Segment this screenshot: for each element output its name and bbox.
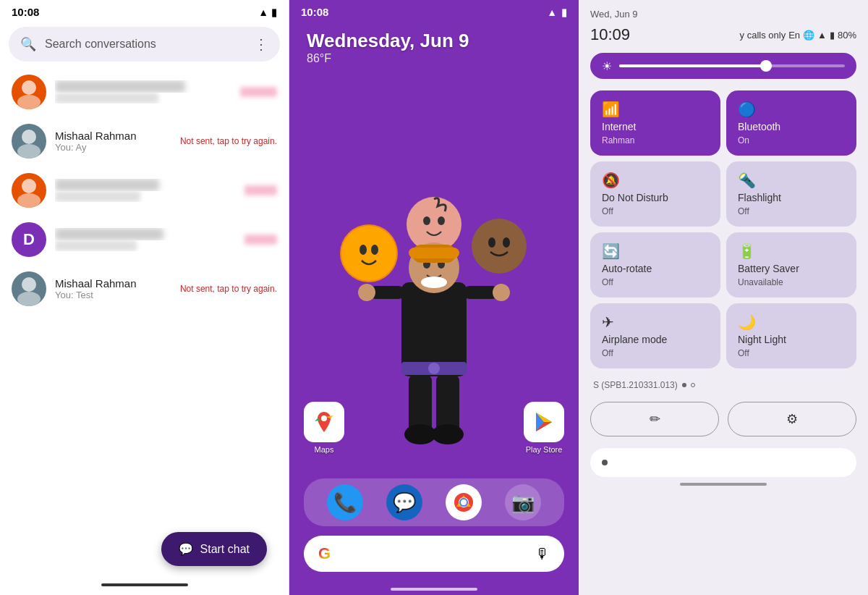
dock: 📞 💬 📷	[304, 478, 564, 526]
svg-point-2	[22, 130, 36, 144]
home-indicator	[391, 588, 477, 591]
playstore-app[interactable]: Play Store	[524, 402, 564, 454]
internet-tile[interactable]: 📶 Internet Rahman	[590, 90, 720, 156]
svg-point-1	[17, 95, 41, 109]
qs-wifi-icon: ▲	[817, 30, 827, 41]
bluetooth-tile-label: Bluetooth	[738, 121, 845, 132]
avatar	[12, 173, 46, 208]
internet-tile-sublabel: Rahman	[602, 135, 709, 145]
edit-button[interactable]: ✏	[590, 402, 719, 436]
home-status-icons: ▲ ▮	[547, 7, 567, 18]
camera-dock-icon[interactable]: 📷	[505, 484, 541, 520]
conv-error: error msg	[240, 87, 277, 97]
search-placeholder: Search conversations	[45, 38, 245, 51]
conv-error: Not sent	[244, 185, 277, 195]
conv-preview: You: Test	[55, 290, 171, 300]
svg-point-4	[22, 179, 36, 193]
qs-time: 10:09	[590, 25, 630, 44]
home-weather: 86°F	[307, 52, 561, 65]
svg-point-27	[493, 284, 510, 301]
svg-point-25	[358, 284, 375, 301]
qs-status-icons: y calls only En 🌐 ▲ ▮ 80%	[740, 30, 856, 41]
home-time: 10:08	[301, 6, 328, 18]
phone-dock-icon[interactable]: 📞	[327, 484, 363, 520]
conv-name: Mishaal Rahman	[55, 277, 171, 290]
svg-point-10	[359, 245, 367, 255]
avatar: D	[12, 222, 46, 257]
dnd-tile[interactable]: 🔕 Do Not Disturb Off	[590, 161, 720, 227]
qs-build-info: S (SPB1.210331.013)	[579, 374, 868, 396]
google-logo: G	[318, 544, 331, 563]
svg-point-29	[428, 363, 440, 374]
svg-point-5	[17, 193, 41, 208]
nightlight-tile[interactable]: 🌙 Night Light Off	[726, 303, 856, 368]
brightness-thumb	[760, 60, 772, 72]
qs-bottom-bar	[590, 448, 856, 477]
search-bar[interactable]: 🔍 Search conversations ⋮	[9, 27, 280, 62]
avatar	[12, 271, 46, 306]
svg-point-16	[488, 237, 495, 248]
conversation-item[interactable]: Mishaal Rahman You: Test Not sent, tap t…	[0, 264, 289, 313]
brightness-icon: ☀	[602, 59, 612, 73]
qs-status-bar: 10:09 y calls only En 🌐 ▲ ▮ 80%	[579, 22, 868, 47]
more-options-icon[interactable]: ⋮	[254, 35, 268, 53]
conv-content: Abdul Rahman blurred blurred text previe…	[55, 228, 236, 251]
flashlight-tile-sublabel: Off	[738, 206, 845, 216]
playstore-label: Play Store	[526, 445, 563, 454]
maps-app[interactable]: Maps	[304, 402, 344, 454]
conv-content: Mishaal Rahman You: Test	[55, 277, 171, 300]
qs-network-icon: 🌐	[803, 30, 814, 41]
svg-point-14	[438, 216, 445, 225]
autorotate-tile-sublabel: Off	[602, 277, 709, 287]
start-chat-button[interactable]: 💬 Start chat	[161, 532, 267, 566]
airplane-tile-sublabel: Off	[602, 348, 709, 358]
flashlight-tile[interactable]: 🔦 Flashlight Off	[726, 161, 856, 227]
home-indicator	[680, 483, 767, 486]
airplane-tile-label: Airplane mode	[602, 334, 709, 345]
svg-point-17	[503, 237, 510, 248]
avatar	[12, 124, 46, 159]
svg-point-35	[321, 415, 327, 421]
google-search-bar[interactable]: G 🎙	[304, 536, 564, 572]
airplane-tile[interactable]: ✈ Airplane mode Off	[590, 303, 720, 368]
autorotate-tile-icon: 🔄	[602, 242, 709, 260]
conv-preview: blurred text preview	[55, 240, 236, 251]
avatar	[12, 75, 46, 109]
autorotate-tile[interactable]: 🔄 Auto-rotate Off	[590, 232, 720, 298]
conv-name: Abdul Rahman blurred	[55, 228, 236, 240]
nightlight-tile-label: Night Light	[738, 334, 845, 345]
messages-dock-icon[interactable]: 💬	[386, 484, 422, 520]
qs-date: Wed, Jun 9	[590, 9, 856, 20]
battery-saver-tile-icon: 🔋	[738, 242, 845, 260]
svg-point-3	[17, 144, 41, 159]
quick-settings-panel: Wed, Jun 9 10:09 y calls only En 🌐 ▲ ▮ 8…	[579, 0, 868, 595]
dnd-tile-icon: 🔕	[602, 172, 709, 189]
conv-content: Blurred Person Name You: blurred preview	[55, 179, 236, 202]
qs-tiles-grid: 📶 Internet Rahman 🔵 Bluetooth On 🔕 Do No…	[579, 85, 868, 374]
dnd-tile-label: Do Not Disturb	[602, 192, 709, 203]
bluetooth-tile[interactable]: 🔵 Bluetooth On	[726, 90, 856, 156]
playstore-icon	[524, 402, 564, 442]
svg-point-15	[472, 219, 527, 274]
brightness-slider[interactable]: ☀	[590, 53, 856, 79]
conversation-item[interactable]: Blurred Name Here Longer You: blurred pr…	[0, 67, 289, 117]
conv-name: Blurred Name Here Longer	[55, 80, 231, 93]
svg-point-13	[423, 216, 430, 225]
start-chat-label: Start chat	[200, 543, 250, 556]
conversation-item[interactable]: Blurred Person Name You: blurred preview…	[0, 166, 289, 215]
chrome-dock-icon[interactable]	[446, 484, 482, 520]
qs-header: Wed, Jun 9	[579, 0, 868, 22]
bluetooth-tile-sublabel: On	[738, 135, 845, 145]
battery-saver-tile[interactable]: 🔋 Battery Saver Unavailable	[726, 232, 856, 298]
home-date: Wednesday, Jun 9	[307, 30, 561, 52]
conversation-item[interactable]: Mishaal Rahman You: Ay Not sent, tap to …	[0, 117, 289, 166]
conv-content: Blurred Name Here Longer You: blurred pr…	[55, 80, 231, 104]
settings-button[interactable]: ⚙	[728, 402, 856, 436]
conversation-list: Blurred Name Here Longer You: blurred pr…	[0, 67, 289, 595]
status-bar: 10:08 ▲ ▮	[0, 0, 289, 24]
svg-point-7	[17, 292, 41, 306]
conversation-item[interactable]: D Abdul Rahman blurred blurred text prev…	[0, 215, 289, 264]
battery-icon: ▮	[271, 7, 277, 18]
nightlight-tile-sublabel: Off	[738, 348, 845, 358]
qs-calls-status: y calls only	[740, 30, 786, 41]
